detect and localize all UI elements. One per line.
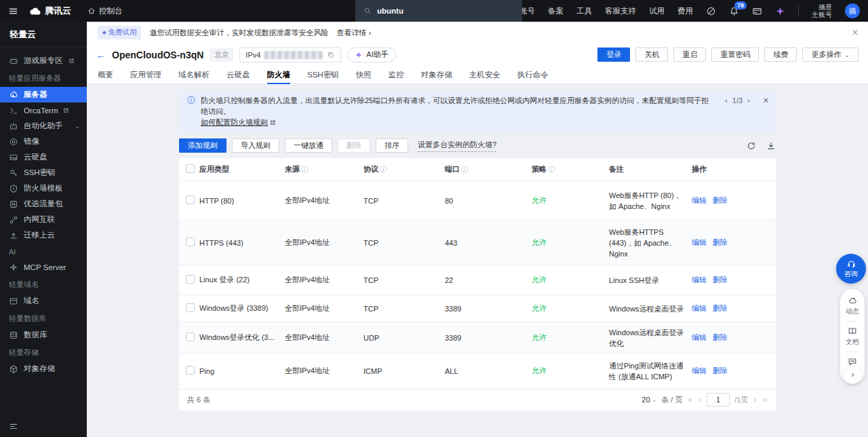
docs-button[interactable]: 文档 <box>846 325 859 348</box>
current-page-input[interactable]: 1 <box>707 393 730 406</box>
prev-page-icon[interactable]: ‹ <box>698 395 702 404</box>
nav-icp-filing[interactable]: 备案 <box>548 6 564 16</box>
menu-hamburger-icon[interactable] <box>8 6 18 16</box>
notice-prev-icon[interactable]: ‹ <box>725 95 728 106</box>
tencent-cloud-logo[interactable]: 腾讯云 <box>29 5 71 17</box>
sidebar-item-images[interactable]: 镜像 <box>0 134 87 149</box>
renew-button[interactable]: 续费 <box>764 48 797 62</box>
row-checkbox[interactable] <box>186 238 195 246</box>
multi-instance-firewall-link[interactable]: 设置多台实例的防火墙? <box>418 140 496 152</box>
delete-link[interactable]: 删除 <box>713 276 728 284</box>
delete-rules-button[interactable]: 删除 <box>338 138 370 153</box>
back-arrow-icon[interactable]: ← <box>96 50 106 60</box>
tab-app-management[interactable]: 应用管理 <box>130 66 161 83</box>
sidebar-item-cloud-disk[interactable]: 云硬盘 <box>0 149 87 165</box>
tab-object-storage[interactable]: 对象存储 <box>421 66 452 83</box>
last-page-icon[interactable]: » <box>762 395 768 404</box>
page-size-select[interactable]: 20 ⌄ <box>642 396 656 404</box>
delete-link[interactable]: 删除 <box>713 238 728 246</box>
tab-cloud-disk[interactable]: 云硬盘 <box>226 66 250 83</box>
info-icon[interactable]: ⓘ <box>461 166 468 173</box>
allow-all-button[interactable]: 一键放通 <box>285 138 332 153</box>
edit-link[interactable]: 编辑 <box>692 276 707 284</box>
delete-link[interactable]: 删除 <box>713 304 728 312</box>
firewall-docs-link[interactable]: 如何配置防火墙规则 <box>201 117 268 128</box>
nav-billing[interactable]: 费用 <box>677 6 693 16</box>
row-checkbox[interactable] <box>186 275 195 284</box>
tab-overview[interactable]: 概要 <box>98 66 113 83</box>
sidebar-collapse-icon[interactable] <box>9 421 18 431</box>
tab-ssh-keys[interactable]: SSH密钥 <box>307 66 339 83</box>
tab-snapshots[interactable]: 快照 <box>356 66 372 83</box>
edit-link[interactable]: 编辑 <box>692 196 707 204</box>
tab-host-security[interactable]: 主机安全 <box>469 66 500 83</box>
account-name[interactable]: 摘星 主账号 <box>812 3 832 18</box>
sidebar-item-server[interactable]: 服务器 <box>0 87 87 102</box>
download-icon[interactable] <box>766 141 776 151</box>
info-icon[interactable]: ⓘ <box>548 166 555 173</box>
nav-trial[interactable]: 试用 <box>649 6 665 16</box>
sidebar-item-orcaterm[interactable]: OrcaTerm <box>0 102 87 118</box>
edit-link[interactable]: 编辑 <box>692 366 707 375</box>
sidebar-item-firewall-templates[interactable]: 防火墙模板 <box>0 180 87 196</box>
cell-port: 80 <box>445 181 532 221</box>
first-page-icon[interactable]: « <box>687 395 693 404</box>
sidebar-item-game-zone[interactable]: 游戏服专区 <box>0 53 87 69</box>
ai-assistant-button[interactable]: AI助手 <box>347 48 395 62</box>
import-rule-button[interactable]: 导入规则 <box>232 138 279 153</box>
refresh-icon[interactable] <box>747 141 756 151</box>
copy-icon[interactable] <box>327 51 335 59</box>
notice-next-icon[interactable]: › <box>747 95 750 106</box>
info-icon[interactable]: ⓘ <box>380 166 387 173</box>
floating-expand-button[interactable]: › <box>844 365 862 383</box>
help-compass-icon[interactable] <box>706 6 716 16</box>
sidebar-item-domain[interactable]: 域名 <box>0 293 87 309</box>
sidebar-item-traffic-packages[interactable]: 优选流量包 <box>0 196 87 212</box>
restart-button[interactable]: 重启 <box>673 48 706 62</box>
ai-sparkle-icon[interactable] <box>775 6 785 16</box>
tab-run-commands[interactable]: 执行命令 <box>517 66 549 83</box>
tab-dns[interactable]: 域名解析 <box>178 66 210 83</box>
sidebar-item-migration[interactable]: 迁移上云 <box>0 227 87 243</box>
delete-link[interactable]: 删除 <box>713 366 728 375</box>
console-link[interactable]: 控制台 <box>87 6 123 16</box>
login-button[interactable]: 登录 <box>597 48 630 62</box>
select-all-checkbox[interactable] <box>186 164 195 173</box>
consult-button[interactable]: 咨询 <box>836 254 866 284</box>
row-checkbox[interactable] <box>186 366 195 375</box>
avatar[interactable]: 摘 <box>845 3 860 18</box>
sidebar-item-mcp-server[interactable]: MCP Server <box>0 259 87 275</box>
promo-close-icon[interactable]: ✕ <box>852 28 859 37</box>
tab-monitoring[interactable]: 监控 <box>389 66 404 83</box>
topbar-search[interactable] <box>355 0 522 22</box>
promo-details-link[interactable]: 查看详情 › <box>336 28 371 38</box>
row-checkbox[interactable] <box>186 303 195 312</box>
nav-tools[interactable]: 工具 <box>576 6 592 16</box>
search-input[interactable] <box>377 7 486 15</box>
info-icon[interactable]: ⓘ <box>301 166 308 173</box>
shutdown-button[interactable]: 关机 <box>635 48 668 62</box>
edit-link[interactable]: 编辑 <box>692 304 707 312</box>
feed-button[interactable]: 动态 <box>846 294 859 318</box>
add-rule-button[interactable]: 添加规则 <box>179 138 226 153</box>
next-page-icon[interactable]: › <box>753 395 757 404</box>
sidebar-item-automation[interactable]: 自动化助手 ⌄ <box>0 118 87 134</box>
sidebar-item-intranet[interactable]: 内网互联 <box>0 212 87 227</box>
nav-support[interactable]: 客服支持 <box>605 6 636 16</box>
edit-link[interactable]: 编辑 <box>692 238 707 246</box>
edit-link[interactable]: 编辑 <box>692 333 707 341</box>
more-actions-button[interactable]: 更多操作⌄ <box>802 48 859 62</box>
sort-button[interactable]: 排序 <box>376 138 408 153</box>
sidebar-item-object-storage[interactable]: 对象存储 <box>0 361 87 377</box>
sidebar-item-database[interactable]: 数据库 <box>0 327 87 343</box>
billing-card-icon[interactable] <box>752 6 762 16</box>
delete-link[interactable]: 删除 <box>713 333 728 341</box>
notification-bell-icon[interactable]: 79 <box>729 6 739 16</box>
sidebar-item-ssh-keys[interactable]: SSH密钥 <box>0 165 87 180</box>
row-checkbox[interactable] <box>186 195 195 204</box>
tab-firewall[interactable]: 防火墙 <box>267 66 291 83</box>
reset-password-button[interactable]: 重置密码 <box>711 48 759 62</box>
row-checkbox[interactable] <box>186 332 195 341</box>
delete-link[interactable]: 删除 <box>713 196 728 204</box>
notice-close-icon[interactable]: ✕ <box>763 95 769 106</box>
